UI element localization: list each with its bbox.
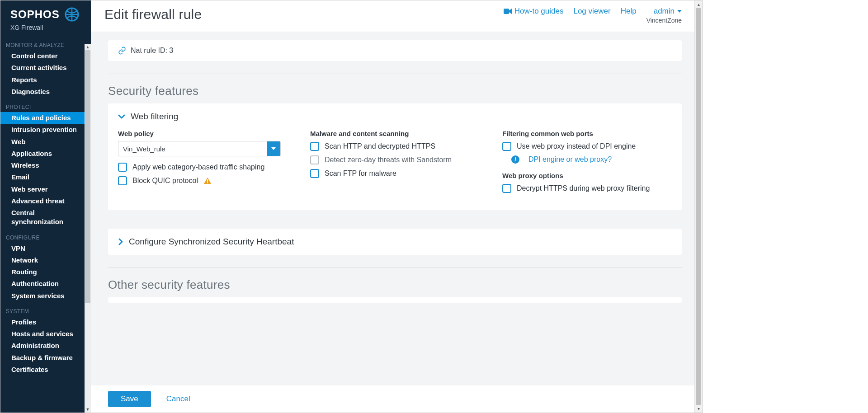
scroll-up-icon[interactable]: ▲ [85, 44, 91, 50]
use-proxy-checkbox[interactable]: Use web proxy instead of DPI engine [502, 142, 672, 151]
checkbox-icon [310, 142, 319, 151]
sync-heartbeat-panel: Configure Synchronized Security Heartbea… [108, 229, 682, 255]
nav-intrusion-prevention[interactable]: Intrusion prevention [0, 124, 91, 136]
nav-system-services[interactable]: System services [0, 290, 91, 302]
web-policy-label: Web policy [118, 130, 288, 137]
security-features-heading: Security features [108, 84, 682, 98]
divider [108, 223, 682, 223]
nav-section-system: SYSTEM [0, 302, 91, 316]
nav-email[interactable]: Email [0, 171, 91, 183]
web-policy-select[interactable]: Vin_Web_rule [118, 141, 281, 156]
filtering-ports-column: Filtering common web ports Use web proxy… [502, 130, 672, 197]
nav-backup-firmware[interactable]: Backup & firmware [0, 352, 91, 364]
nav-section-monitor: MONITOR & ANALYZE [0, 36, 91, 50]
decrypt-https-checkbox[interactable]: Decrypt HTTPS during web proxy filtering [502, 184, 672, 193]
detect-zero-day-label: Detect zero-day threats with Sandstorm [325, 156, 452, 164]
nav-control-center[interactable]: Control center [0, 50, 91, 62]
link-icon [118, 47, 126, 55]
nav-section-configure: CONFIGURE [0, 228, 91, 243]
sidebar-scrollbar[interactable]: ▲ ▼ [85, 44, 91, 413]
log-viewer-link[interactable]: Log viewer [573, 7, 610, 16]
web-filtering-title: Web filtering [131, 112, 178, 122]
nav-network[interactable]: Network [0, 254, 91, 266]
block-quic-label: Block QUIC protocol [132, 177, 198, 185]
block-quic-checkbox[interactable]: Block QUIC protocol [118, 176, 288, 185]
scroll-up-icon[interactable]: ▴ [695, 0, 703, 8]
howto-guides-link[interactable]: How-to guides [504, 7, 564, 16]
brand-name: SOPHOS [10, 8, 60, 21]
web-policy-value: Vin_Web_rule [118, 141, 267, 156]
brand-block: SOPHOS XG Firewall [0, 0, 91, 36]
nav-profiles[interactable]: Profiles [0, 316, 91, 328]
nav-routing[interactable]: Routing [0, 266, 91, 278]
nat-rule-panel: Nat rule ID: 3 [108, 40, 682, 61]
use-proxy-label: Use web proxy instead of DPI engine [517, 142, 636, 150]
main-area: Edit firewall rule How-to guides Log vie… [91, 0, 694, 413]
content-scroll[interactable]: Nat rule ID: 3 Security features Web fil… [91, 32, 694, 413]
dpi-help-link[interactable]: DPI engine or web proxy? [528, 155, 612, 164]
nav-web-server[interactable]: Web server [0, 183, 91, 195]
sidebar: SOPHOS XG Firewall MONITOR & ANALYZE Con… [0, 0, 91, 413]
zone-label: VincentZone [646, 17, 682, 24]
scan-http-label: Scan HTTP and decrypted HTTPS [325, 142, 435, 150]
sidebar-nav: MONITOR & ANALYZE Control center Current… [0, 36, 91, 413]
chevron-right-icon [118, 238, 123, 245]
footer-bar: Save Cancel [91, 385, 694, 413]
nav-rules-policies[interactable]: Rules and policies [0, 112, 91, 124]
scroll-down-icon[interactable]: ▾ [695, 405, 703, 413]
nav-applications[interactable]: Applications [0, 148, 91, 160]
sync-heartbeat-title: Configure Synchronized Security Heartbea… [129, 237, 294, 247]
web-policy-column: Web policy Vin_Web_rule Apply web catego… [118, 130, 288, 197]
web-filtering-panel: Web filtering Web policy Vin_Web_rule Ap… [108, 103, 682, 210]
page-title: Edit firewall rule [104, 7, 504, 22]
chevron-down-icon [677, 10, 682, 13]
admin-menu[interactable]: admin VincentZone [646, 7, 682, 24]
video-camera-icon [504, 8, 512, 14]
window-scroll-thumb[interactable] [696, 8, 701, 405]
select-dropdown-button[interactable] [267, 141, 280, 156]
info-icon: i [511, 155, 519, 164]
other-security-panel-stub [108, 297, 682, 303]
cancel-button[interactable]: Cancel [164, 394, 193, 404]
checkbox-icon [310, 169, 319, 178]
nav-current-activities[interactable]: Current activities [0, 62, 91, 74]
apply-shaping-checkbox[interactable]: Apply web category-based traffic shaping [118, 163, 288, 172]
detect-zero-day-checkbox: Detect zero-day threats with Sandstorm [310, 155, 480, 164]
nav-vpn[interactable]: VPN [0, 243, 91, 254]
warning-icon [203, 177, 212, 184]
window-scrollbar[interactable]: ▴ ▾ [694, 0, 702, 413]
svg-rect-1 [504, 9, 509, 14]
other-security-heading: Other security features [108, 278, 682, 292]
nav-central-sync[interactable]: Central synchronization [0, 207, 91, 228]
nav-administration[interactable]: Administration [0, 340, 91, 352]
web-filtering-toggle[interactable]: Web filtering [118, 112, 672, 122]
chevron-down-icon [118, 114, 125, 119]
checkbox-icon [502, 142, 511, 151]
divider [108, 268, 682, 268]
nav-diagnostics[interactable]: Diagnostics [0, 86, 91, 98]
howto-guides-label: How-to guides [514, 7, 564, 16]
scan-ftp-checkbox[interactable]: Scan FTP for malware [310, 169, 480, 178]
nav-certificates[interactable]: Certificates [0, 364, 91, 375]
web-proxy-options-heading: Web proxy options [502, 172, 672, 179]
checkbox-icon [310, 155, 319, 164]
nav-wireless[interactable]: Wireless [0, 160, 91, 171]
sync-heartbeat-toggle[interactable]: Configure Synchronized Security Heartbea… [118, 237, 672, 247]
help-link[interactable]: Help [621, 7, 637, 16]
admin-label: admin [654, 7, 675, 16]
save-button[interactable]: Save [108, 391, 151, 407]
malware-column: Malware and content scanning Scan HTTP a… [310, 130, 480, 197]
nav-hosts-services[interactable]: Hosts and services [0, 328, 91, 340]
top-links: How-to guides Log viewer Help admin Vinc… [504, 7, 682, 24]
scroll-down-icon[interactable]: ▼ [85, 406, 91, 413]
nav-web[interactable]: Web [0, 136, 91, 148]
nav-authentication[interactable]: Authentication [0, 278, 91, 290]
divider [108, 74, 682, 74]
scan-ftp-label: Scan FTP for malware [325, 169, 396, 178]
malware-heading: Malware and content scanning [310, 130, 480, 137]
checkbox-icon [118, 163, 127, 172]
sidebar-scroll-thumb[interactable] [85, 50, 90, 303]
nav-advanced-threat[interactable]: Advanced threat [0, 195, 91, 207]
scan-http-checkbox[interactable]: Scan HTTP and decrypted HTTPS [310, 142, 480, 151]
nav-reports[interactable]: Reports [0, 74, 91, 86]
